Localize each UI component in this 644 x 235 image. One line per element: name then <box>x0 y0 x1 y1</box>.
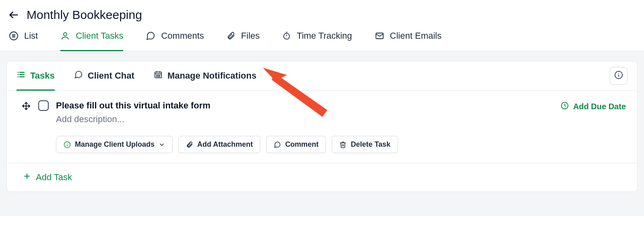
button-label: Delete Task <box>351 140 390 149</box>
comment-icon <box>146 31 155 41</box>
tab-client-tasks[interactable]: Client Tasks <box>60 31 123 51</box>
svg-point-25 <box>159 76 160 77</box>
client-tasks-panel: Tasks Client Chat Manage Notifications <box>6 61 638 192</box>
calendar-icon <box>154 70 163 81</box>
tab-label: List <box>24 31 38 41</box>
tab-label: Comments <box>161 31 204 41</box>
mail-icon <box>375 31 384 41</box>
sub-tab-label: Client Chat <box>88 71 134 81</box>
tab-label: Client Tasks <box>76 31 123 41</box>
tab-label: Files <box>241 31 260 41</box>
manage-client-uploads-button[interactable]: Manage Client Uploads <box>56 136 173 153</box>
trash-icon <box>339 141 347 148</box>
comment-button[interactable]: Comment <box>266 136 326 153</box>
comment-icon <box>274 141 281 148</box>
paperclip-icon <box>227 31 235 40</box>
delete-task-button[interactable]: Delete Task <box>332 136 398 153</box>
svg-point-6 <box>284 33 290 40</box>
add-due-date-button[interactable]: Add Due Date <box>560 101 626 112</box>
stopwatch-icon <box>282 31 291 40</box>
tab-time-tracking[interactable]: Time Tracking <box>282 31 352 51</box>
tab-files[interactable]: Files <box>227 31 260 51</box>
info-button[interactable] <box>610 67 627 85</box>
clock-icon <box>560 101 569 112</box>
info-icon <box>614 71 623 81</box>
info-icon <box>64 141 71 148</box>
tab-label: Time Tracking <box>297 31 352 41</box>
sub-tab-manage-notifications[interactable]: Manage Notifications <box>154 61 256 91</box>
svg-point-28 <box>618 73 619 74</box>
tab-client-emails[interactable]: Client Emails <box>375 31 442 51</box>
button-label: Manage Client Uploads <box>75 140 155 149</box>
person-icon <box>60 31 70 41</box>
tab-comments[interactable]: Comments <box>146 31 204 51</box>
button-label: Comment <box>285 140 318 149</box>
sub-tab-tasks[interactable]: Tasks <box>17 61 55 91</box>
list-icon <box>17 70 25 81</box>
svg-point-20 <box>156 75 157 75</box>
main-tab-bar: List Client Tasks Comments Files Time Tr… <box>0 26 644 51</box>
sub-tab-label: Tasks <box>30 71 55 81</box>
task-row: Please fill out this virtual intake form… <box>7 91 637 163</box>
add-attachment-button[interactable]: Add Attachment <box>178 136 260 153</box>
task-title[interactable]: Please fill out this virtual intake form <box>56 100 553 111</box>
sub-tab-label: Manage Notifications <box>167 71 256 81</box>
tab-list[interactable]: List <box>9 31 38 51</box>
plus-icon <box>23 172 31 183</box>
list-circle-icon <box>9 31 19 41</box>
drag-handle-icon[interactable] <box>21 101 31 112</box>
svg-point-21 <box>158 75 158 75</box>
svg-point-24 <box>158 76 158 77</box>
paperclip-icon <box>186 141 193 148</box>
tab-label: Client Emails <box>390 31 442 41</box>
sub-tab-client-chat[interactable]: Client Chat <box>74 61 134 91</box>
back-arrow-icon[interactable] <box>8 9 19 21</box>
page-title: Monthly Bookkeeping <box>27 8 142 22</box>
button-label: Add Attachment <box>197 140 253 149</box>
chat-icon <box>74 70 83 81</box>
add-task-button[interactable]: Add Task <box>7 163 637 191</box>
svg-point-22 <box>159 75 160 75</box>
task-checkbox[interactable] <box>38 100 49 111</box>
svg-point-23 <box>156 76 157 77</box>
chevron-down-icon <box>159 141 165 148</box>
svg-point-5 <box>64 33 67 36</box>
add-task-label: Add Task <box>36 172 72 183</box>
due-date-label: Add Due Date <box>573 102 626 111</box>
task-description-placeholder[interactable]: Add description... <box>56 114 553 125</box>
svg-point-35 <box>67 143 68 143</box>
